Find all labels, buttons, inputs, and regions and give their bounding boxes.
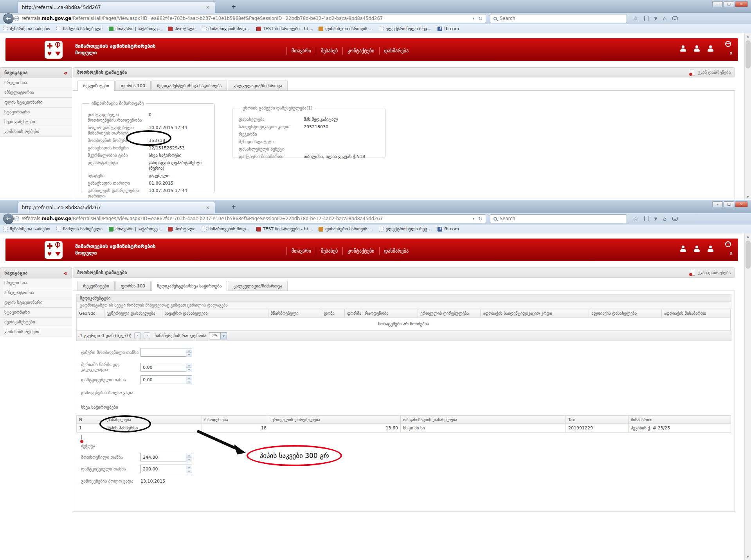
spin-up-icon[interactable]: ▲: [186, 465, 192, 469]
column-header[interactable]: აფთიაქის მისამართი: [661, 309, 730, 318]
tab-calculation[interactable]: კალკულაცია/მიმართვა: [228, 81, 287, 90]
sidebar-collapse-icon[interactable]: «: [64, 69, 68, 77]
bookmark-item[interactable]: მთავარი | საქართვე...: [109, 226, 162, 232]
next-page-button[interactable]: ›: [144, 332, 150, 339]
app-nav-item[interactable]: დახმარება: [379, 247, 414, 255]
downloads-icon[interactable]: ▼: [654, 16, 657, 21]
vertical-scrollbar[interactable]: ▲ ▼: [744, 33, 751, 200]
back-icon[interactable]: ←: [3, 214, 14, 224]
sidebar-collapse-icon[interactable]: «: [64, 269, 68, 277]
amount-input[interactable]: [141, 376, 186, 384]
column-header[interactable]: Tax: [566, 416, 629, 424]
back-icon[interactable]: ←: [3, 13, 14, 24]
url-bar[interactable]: referrals.moh.gov.ge/ReferralsHall/Pages…: [11, 14, 486, 23]
sidebar-item[interactable]: სრული სია: [0, 278, 72, 288]
app-nav-item[interactable]: შესახებ: [316, 47, 342, 55]
maximize-button[interactable]: □: [724, 201, 734, 207]
spin-down-icon[interactable]: ▼: [186, 380, 192, 384]
column-header[interactable]: გენერიული დასახელება: [104, 309, 162, 318]
search-box[interactable]: [490, 214, 627, 223]
row-action-label[interactable]: ბეჭდვა: [81, 443, 95, 448]
vertical-scrollbar[interactable]: ▲ ▼: [744, 233, 751, 560]
column-header[interactable]: მწარმოებელი: [268, 309, 321, 318]
approved-amount-input[interactable]: ▲▼: [140, 465, 192, 473]
sidebar-item[interactable]: კომისიის ოქმები: [0, 327, 72, 337]
reload-icon[interactable]: ↻: [477, 216, 483, 222]
new-tab-button[interactable]: +: [229, 203, 239, 211]
home-icon[interactable]: ⌂: [663, 215, 666, 222]
column-header[interactable]: რაოდენობა: [202, 416, 269, 424]
spin-down-icon[interactable]: ▼: [186, 353, 192, 357]
clipboard-icon[interactable]: [644, 216, 648, 221]
tab-calculation[interactable]: კალკულაცია/მიმართვა: [228, 281, 287, 291]
user-icon[interactable]: [680, 45, 686, 52]
scroll-down-icon[interactable]: ▼: [745, 554, 751, 560]
spinner-buttons[interactable]: ▲▼: [186, 348, 192, 356]
bookmark-item[interactable]: ელექტრონული რეც...: [379, 226, 431, 232]
spin-up-icon[interactable]: ▲: [186, 363, 192, 368]
bookmark-item[interactable]: წამლის საძიებელი: [56, 26, 103, 31]
bookmark-item[interactable]: მეწარმეთა საძიებო: [3, 226, 50, 232]
scrollbar-thumb[interactable]: [746, 40, 751, 68]
spin-up-icon[interactable]: ▲: [186, 453, 192, 458]
scrollbar-thumb[interactable]: [746, 241, 751, 269]
bookmark-item[interactable]: მიმართვების მოდ...: [202, 26, 250, 31]
reload-icon[interactable]: ↻: [477, 16, 483, 22]
sidebar-item[interactable]: მედიკამენტები: [0, 117, 72, 127]
column-header[interactable]: რაოდენობა: [362, 309, 418, 318]
tab-requisites[interactable]: რეკვიზიტები: [77, 281, 115, 291]
prev-page-button[interactable]: ‹: [134, 332, 141, 339]
column-header[interactable]: სავაჭრო დასახელება: [162, 309, 268, 318]
browser-tab[interactable]: http://referral...ca-8bd8a45dd267 ×: [18, 2, 215, 13]
column-header[interactable]: აფთიაქის საიდენტიფიკაციო კოდი: [481, 309, 589, 318]
bookmark-item[interactable]: ელექტრონული რეც...: [379, 26, 431, 31]
close-button[interactable]: ×: [735, 201, 748, 207]
spinner-buttons[interactable]: ▲▼: [186, 465, 192, 473]
tab-form-100[interactable]: ფორმა 100: [115, 81, 151, 90]
bookmark-item[interactable]: fb.com: [438, 26, 459, 31]
table-row[interactable]: 1 ჰიპის პამპერსი 18 13.60 სს ჯი პი სი 20…: [77, 424, 731, 433]
app-nav-item[interactable]: კონტაქტები: [342, 247, 379, 255]
scroll-up-icon[interactable]: ▲: [745, 33, 751, 39]
users-icon[interactable]: [693, 45, 700, 52]
clipboard-icon[interactable]: [644, 16, 648, 21]
delete-row-icon[interactable]: [81, 434, 82, 443]
spin-down-icon[interactable]: ▼: [186, 469, 192, 473]
select-dropdown-icon[interactable]: ▾: [220, 333, 227, 339]
spin-up-icon[interactable]: ▲: [186, 376, 192, 380]
approved-amount-input[interactable]: ▲▼: [140, 375, 192, 384]
amount-input[interactable]: [141, 363, 186, 371]
spinner-buttons[interactable]: ▲▼: [186, 376, 192, 384]
bookmark-item[interactable]: წამლის საძიებელი: [56, 226, 103, 232]
sidebar-item[interactable]: კომისიის ოქმები: [0, 127, 72, 137]
bookmark-item[interactable]: მთავარი | საქართვე...: [109, 26, 162, 31]
bookmark-star-icon[interactable]: ☆: [633, 15, 638, 22]
collapse-header-icon[interactable]: «: [728, 251, 734, 255]
home-icon[interactable]: ⌂: [663, 15, 666, 22]
bookmark-item[interactable]: TEST მიმართვები - ht...: [256, 26, 313, 31]
url-bar[interactable]: referrals.moh.gov.ge/ReferralsHall/Pages…: [11, 214, 486, 223]
app-nav-item[interactable]: მთავარი: [286, 247, 316, 255]
window-titlebar[interactable]: http://referral...ca-8bd8a45dd267 × + – …: [0, 0, 751, 13]
downloads-icon[interactable]: ▼: [654, 217, 657, 221]
bookmark-item[interactable]: მიმართვების მოდ...: [202, 226, 250, 232]
go-back-button[interactable]: უკან დაბრუნება: [690, 70, 731, 75]
app-nav-item[interactable]: კონტაქტები: [342, 47, 379, 55]
requested-amount-input[interactable]: ▲▼: [140, 453, 192, 461]
total-requested-amount-input[interactable]: ▲▼: [140, 348, 192, 357]
collapse-header-icon[interactable]: «: [728, 51, 734, 55]
column-header[interactable]: აფთიაქის დასახელება: [589, 309, 661, 318]
minimize-button[interactable]: –: [712, 1, 723, 7]
user-add-icon[interactable]: [707, 45, 714, 52]
column-header[interactable]: ფორმა: [344, 309, 362, 318]
column-header[interactable]: ორგანიზაციის დასახელება: [401, 416, 566, 424]
spin-up-icon[interactable]: ▲: [186, 348, 192, 353]
bookmark-star-icon[interactable]: ☆: [633, 215, 638, 222]
new-tab-button[interactable]: +: [229, 3, 239, 11]
spinner-buttons[interactable]: ▲▼: [186, 453, 192, 461]
bookmark-item[interactable]: ფინანსური მართვის ...: [319, 226, 373, 232]
page-size-select[interactable]: 25 ▾: [209, 332, 227, 339]
scroll-down-icon[interactable]: ▼: [745, 194, 751, 200]
bookmark-item[interactable]: ფინანსური მართვის ...: [319, 26, 373, 31]
chat-icon[interactable]: [672, 217, 678, 221]
